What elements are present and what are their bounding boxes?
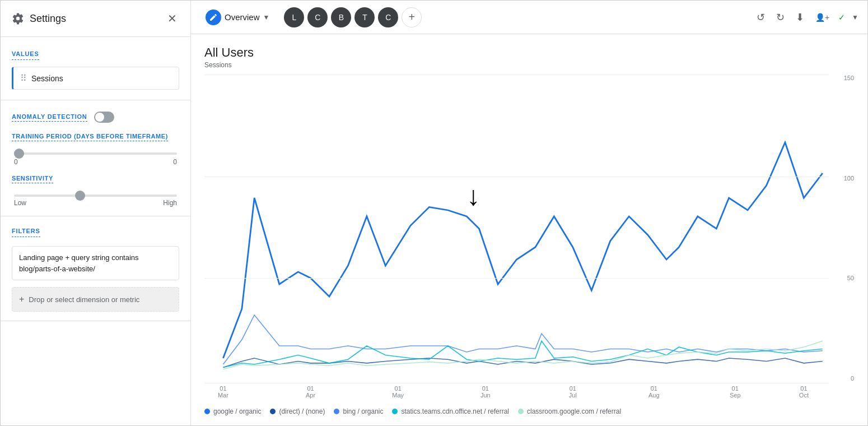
pencil-icon	[209, 13, 218, 22]
add-dimension-label: Drop or select dimension or metric	[29, 295, 139, 304]
filters-label: FILTERS	[12, 228, 40, 237]
sessions-label: Sessions	[31, 74, 63, 83]
anomaly-toggle-row: ANOMALY DETECTION	[12, 112, 179, 123]
grid-line-50	[204, 278, 829, 279]
sensitivity-section: SENSITIVITY Low High	[12, 173, 179, 207]
y-0: 0	[851, 375, 854, 382]
legend-dot-direct	[270, 409, 276, 414]
chart-area: All Users Sessions 150 100 50 0 ↓	[191, 34, 867, 425]
x-label-aug: 01Aug	[648, 385, 660, 399]
x-label-mar: 01Mar	[218, 385, 228, 399]
sensitivity-high: High	[163, 199, 177, 207]
chart-svg	[204, 75, 829, 383]
training-period-values: 0 0	[14, 158, 177, 166]
tab-C2[interactable]: C	[378, 7, 398, 27]
top-bar-right: ↺ ↻ ⬇ 👤+ ✓ ▼	[754, 9, 858, 26]
legend-dot-bing	[334, 409, 339, 414]
sensitivity-slider[interactable]	[14, 195, 177, 197]
legend-label-classroom: classroom.google.com / referral	[527, 408, 621, 415]
sensitivity-label: SENSITIVITY	[12, 175, 53, 183]
gear-icon	[12, 12, 24, 25]
drag-icon: ⠿	[20, 73, 27, 84]
training-min-val: 0	[14, 158, 18, 166]
x-label-jun: 01Jun	[480, 385, 491, 399]
tab-B[interactable]: B	[331, 7, 351, 27]
legend-label-statics: statics.teams.cdn.office.net / referral	[401, 408, 509, 415]
undo-icon[interactable]: ↺	[754, 9, 767, 26]
y-150: 150	[844, 75, 854, 81]
close-button[interactable]: ✕	[165, 10, 179, 27]
chart-canvas: ↓	[204, 75, 829, 383]
chart-title: All Users	[204, 45, 854, 60]
overview-button[interactable]: Overview ▼	[200, 6, 275, 29]
chart-y-axis: 150 100 50 0	[832, 75, 854, 383]
status-badge[interactable]: ✓	[838, 13, 845, 22]
training-max-val: 0	[173, 158, 177, 166]
x-label-oct: 01Oct	[799, 385, 809, 399]
tab-C[interactable]: C	[307, 7, 328, 27]
x-label-sep: 01Sep	[730, 385, 741, 399]
legend-label-direct: (direct) / (none)	[279, 408, 325, 415]
tab-circles: L C B T C +	[284, 7, 422, 27]
legend-label-google: google / organic	[213, 408, 261, 415]
legend-direct: (direct) / (none)	[270, 408, 325, 415]
legend-dot-google	[204, 409, 210, 414]
panel-header: Settings ✕	[1, 1, 190, 37]
chart-wrapper: 150 100 50 0 ↓	[204, 75, 854, 405]
tab-T[interactable]: T	[354, 7, 375, 27]
sessions-value-item[interactable]: ⠿ Sessions	[12, 67, 179, 90]
legend-dot-statics	[392, 409, 398, 414]
y-50: 50	[847, 275, 854, 281]
tab-L[interactable]: L	[284, 7, 304, 27]
x-label-jul: 01Jul	[569, 385, 577, 399]
grid-line-150	[204, 75, 829, 75]
legend-bing: bing / organic	[334, 408, 383, 415]
add-tab-button[interactable]: +	[402, 7, 422, 27]
x-label-may: 01May	[392, 385, 404, 399]
plus-icon: +	[19, 294, 24, 304]
sensitivity-slider-container: Low High	[12, 189, 179, 207]
settings-panel: Settings ✕ VALUES ⠿ Sessions ANOMALY DET…	[1, 1, 191, 425]
chart-subtitle: Sessions	[204, 61, 854, 69]
chart-x-axis: 01Mar 01Apr 01May 01Jun 01Jul 01Aug 01Se…	[204, 383, 829, 405]
values-label: VALUES	[12, 50, 39, 60]
bing-line	[223, 315, 822, 364]
filter-text[interactable]: Landing page + query string contains blo…	[12, 246, 179, 280]
right-panel: Overview ▼ L C B T C + ↺ ↻ ⬇ 👤+ ✓ ▼ All …	[191, 1, 867, 425]
values-section: VALUES ⠿ Sessions	[1, 37, 190, 100]
grid-line-100	[204, 177, 829, 177]
overview-label: Overview	[225, 12, 260, 22]
sensitivity-low: Low	[14, 199, 26, 207]
top-bar: Overview ▼ L C B T C + ↺ ↻ ⬇ 👤+ ✓ ▼	[191, 1, 867, 34]
download-icon[interactable]: ⬇	[794, 9, 806, 26]
anomaly-detection-label: ANOMALY DETECTION	[12, 113, 87, 122]
redo-icon[interactable]: ↻	[774, 9, 787, 26]
panel-title: Settings	[12, 12, 66, 25]
top-bar-left: Overview ▼ L C B T C +	[200, 6, 422, 29]
anomaly-detection-section: ANOMALY DETECTION TRAINING PERIOD (DAYS …	[1, 100, 190, 216]
training-period-slider[interactable]	[14, 152, 177, 155]
training-period-slider-container: 0 0	[12, 147, 179, 166]
classroom-line	[223, 341, 822, 369]
filters-section: FILTERS Landing page + query string cont…	[1, 216, 190, 321]
legend-statics: statics.teams.cdn.office.net / referral	[392, 408, 509, 415]
legend-dot-classroom	[518, 409, 524, 414]
legend-google: google / organic	[204, 408, 261, 415]
training-period-section: TRAINING PERIOD (DAYS BEFORE TIMEFRAME) …	[12, 131, 179, 166]
legend-label-bing: bing / organic	[343, 408, 383, 415]
anomaly-detection-toggle[interactable]	[94, 112, 114, 123]
legend-classroom: classroom.google.com / referral	[518, 408, 621, 415]
add-dimension-button[interactable]: + Drop or select dimension or metric	[12, 287, 179, 312]
chart-legend: google / organic (direct) / (none) bing …	[204, 408, 854, 420]
training-period-label: TRAINING PERIOD (DAYS BEFORE TIMEFRAME)	[12, 133, 168, 141]
main-line	[223, 142, 822, 358]
down-arrow: ↓	[466, 183, 480, 210]
overview-icon	[206, 10, 221, 25]
x-label-apr: 01Apr	[306, 385, 315, 399]
status-dropdown[interactable]: ▼	[852, 13, 858, 21]
y-100: 100	[844, 175, 854, 182]
share-button[interactable]: 👤+	[813, 11, 832, 24]
dropdown-arrow: ▼	[263, 13, 270, 21]
